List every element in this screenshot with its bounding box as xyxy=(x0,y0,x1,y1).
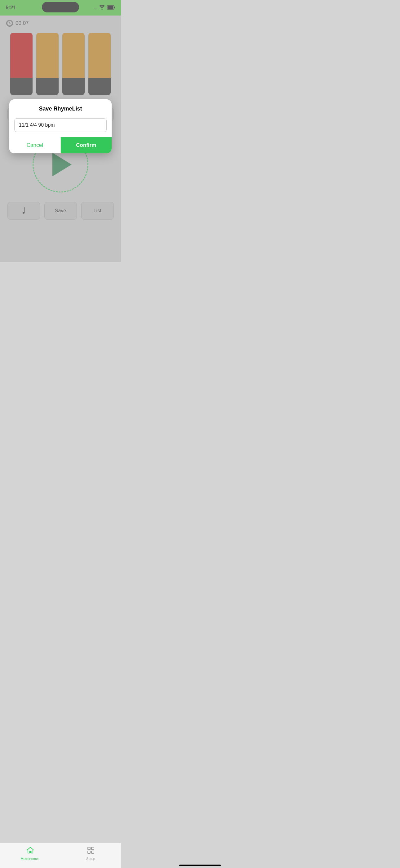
modal-input-wrap xyxy=(9,115,112,137)
modal-title: Save RhymeList xyxy=(9,99,112,115)
cancel-button[interactable]: Cancel xyxy=(9,137,61,153)
modal-overlay: Save RhymeList Cancel Confirm xyxy=(0,0,121,262)
rhymelist-name-input[interactable] xyxy=(14,118,107,132)
modal-actions: Cancel Confirm xyxy=(9,137,112,153)
save-rhymelist-modal: Save RhymeList Cancel Confirm xyxy=(9,99,112,153)
confirm-button[interactable]: Confirm xyxy=(61,137,112,153)
